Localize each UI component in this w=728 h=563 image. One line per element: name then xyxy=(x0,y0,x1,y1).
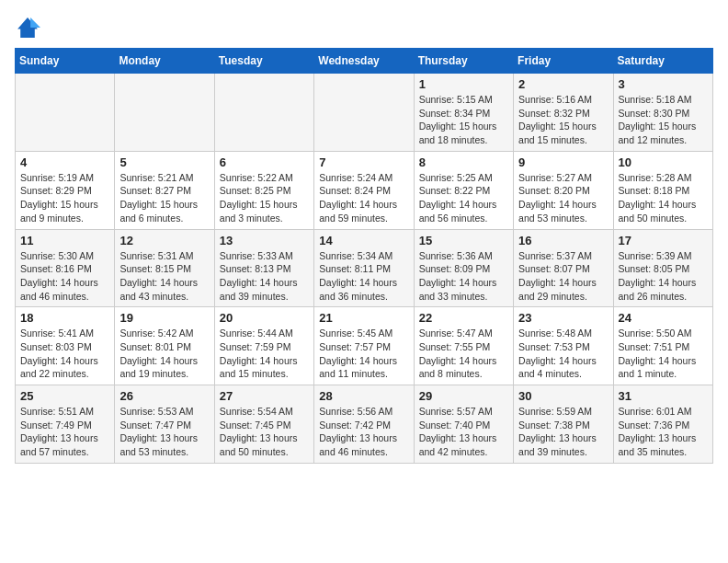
calendar-week-3: 11Sunrise: 5:30 AM Sunset: 8:16 PM Dayli… xyxy=(16,229,713,307)
day-info: Sunrise: 5:48 AM Sunset: 7:53 PM Dayligh… xyxy=(518,327,608,381)
calendar-cell: 12Sunrise: 5:31 AM Sunset: 8:15 PM Dayli… xyxy=(115,229,214,307)
day-info: Sunrise: 5:39 AM Sunset: 8:05 PM Dayligh… xyxy=(619,249,708,304)
calendar-cell: 28Sunrise: 5:56 AM Sunset: 7:42 PM Dayli… xyxy=(314,385,414,464)
day-info: Sunrise: 5:34 AM Sunset: 8:11 PM Dayligh… xyxy=(319,249,408,304)
day-number: 11 xyxy=(20,234,109,247)
calendar-table: SundayMondayTuesdayWednesdayThursdayFrid… xyxy=(15,48,713,464)
day-info: Sunrise: 5:51 AM Sunset: 7:49 PM Dayligh… xyxy=(20,405,109,459)
day-number: 9 xyxy=(518,155,608,169)
day-number: 8 xyxy=(419,155,508,169)
day-info: Sunrise: 5:37 AM Sunset: 8:07 PM Dayligh… xyxy=(518,249,608,304)
calendar-cell: 15Sunrise: 5:36 AM Sunset: 8:09 PM Dayli… xyxy=(414,229,513,307)
day-info: Sunrise: 5:19 AM Sunset: 8:29 PM Dayligh… xyxy=(20,171,109,225)
day-info: Sunrise: 5:27 AM Sunset: 8:20 PM Dayligh… xyxy=(518,171,608,225)
calendar-cell: 9Sunrise: 5:27 AM Sunset: 8:20 PM Daylig… xyxy=(514,151,613,229)
logo xyxy=(15,15,44,40)
day-number: 12 xyxy=(119,234,209,247)
day-info: Sunrise: 5:22 AM Sunset: 8:25 PM Dayligh… xyxy=(220,171,309,225)
day-info: Sunrise: 5:59 AM Sunset: 7:38 PM Dayligh… xyxy=(518,405,608,459)
day-info: Sunrise: 5:33 AM Sunset: 8:13 PM Dayligh… xyxy=(220,249,309,304)
calendar-cell: 19Sunrise: 5:42 AM Sunset: 8:01 PM Dayli… xyxy=(115,307,214,385)
day-info: Sunrise: 5:15 AM Sunset: 8:34 PM Dayligh… xyxy=(419,93,508,147)
calendar-cell: 26Sunrise: 5:53 AM Sunset: 7:47 PM Dayli… xyxy=(115,385,214,464)
weekday-row: SundayMondayTuesdayWednesdayThursdayFrid… xyxy=(16,49,713,74)
day-number: 30 xyxy=(518,389,608,403)
day-number: 2 xyxy=(518,77,608,91)
day-number: 28 xyxy=(319,389,408,403)
day-number: 18 xyxy=(20,311,109,325)
calendar-cell: 22Sunrise: 5:47 AM Sunset: 7:55 PM Dayli… xyxy=(414,307,513,385)
day-info: Sunrise: 5:56 AM Sunset: 7:42 PM Dayligh… xyxy=(319,405,408,459)
calendar-cell: 6Sunrise: 5:22 AM Sunset: 8:25 PM Daylig… xyxy=(214,151,313,229)
calendar-cell xyxy=(115,74,214,152)
calendar-cell: 3Sunrise: 5:18 AM Sunset: 8:30 PM Daylig… xyxy=(613,74,712,152)
weekday-header-tuesday: Tuesday xyxy=(214,49,313,74)
day-number: 1 xyxy=(419,77,508,91)
calendar-cell: 2Sunrise: 5:16 AM Sunset: 8:32 PM Daylig… xyxy=(514,74,613,152)
weekday-header-friday: Friday xyxy=(514,49,613,74)
day-info: Sunrise: 5:50 AM Sunset: 7:51 PM Dayligh… xyxy=(619,327,708,381)
calendar-cell: 10Sunrise: 5:28 AM Sunset: 8:18 PM Dayli… xyxy=(613,151,712,229)
weekday-header-thursday: Thursday xyxy=(414,49,513,74)
day-info: Sunrise: 5:41 AM Sunset: 8:03 PM Dayligh… xyxy=(20,327,109,381)
day-number: 22 xyxy=(419,311,508,325)
calendar-cell xyxy=(214,74,313,152)
day-info: Sunrise: 5:45 AM Sunset: 7:57 PM Dayligh… xyxy=(319,327,408,381)
day-number: 26 xyxy=(119,389,209,403)
day-info: Sunrise: 5:18 AM Sunset: 8:30 PM Dayligh… xyxy=(619,93,708,147)
weekday-header-monday: Monday xyxy=(115,49,214,74)
day-info: Sunrise: 5:53 AM Sunset: 7:47 PM Dayligh… xyxy=(119,405,209,459)
calendar-cell: 18Sunrise: 5:41 AM Sunset: 8:03 PM Dayli… xyxy=(16,307,115,385)
day-number: 17 xyxy=(619,234,708,247)
day-info: Sunrise: 5:30 AM Sunset: 8:16 PM Dayligh… xyxy=(20,249,109,304)
calendar-cell: 17Sunrise: 5:39 AM Sunset: 8:05 PM Dayli… xyxy=(613,229,712,307)
day-info: Sunrise: 6:01 AM Sunset: 7:36 PM Dayligh… xyxy=(619,405,708,459)
day-info: Sunrise: 5:36 AM Sunset: 8:09 PM Dayligh… xyxy=(419,249,508,304)
day-number: 13 xyxy=(220,234,309,247)
calendar-cell: 4Sunrise: 5:19 AM Sunset: 8:29 PM Daylig… xyxy=(16,151,115,229)
calendar-cell: 29Sunrise: 5:57 AM Sunset: 7:40 PM Dayli… xyxy=(414,385,513,464)
day-info: Sunrise: 5:42 AM Sunset: 8:01 PM Dayligh… xyxy=(119,327,209,381)
day-info: Sunrise: 5:25 AM Sunset: 8:22 PM Dayligh… xyxy=(419,171,508,225)
calendar-week-1: 1Sunrise: 5:15 AM Sunset: 8:34 PM Daylig… xyxy=(16,74,713,152)
calendar-cell: 21Sunrise: 5:45 AM Sunset: 7:57 PM Dayli… xyxy=(314,307,414,385)
day-info: Sunrise: 5:28 AM Sunset: 8:18 PM Dayligh… xyxy=(619,171,708,225)
weekday-header-sunday: Sunday xyxy=(16,49,115,74)
day-number: 31 xyxy=(619,389,708,403)
calendar-cell: 27Sunrise: 5:54 AM Sunset: 7:45 PM Dayli… xyxy=(214,385,313,464)
calendar-cell: 16Sunrise: 5:37 AM Sunset: 8:07 PM Dayli… xyxy=(514,229,613,307)
calendar-cell: 31Sunrise: 6:01 AM Sunset: 7:36 PM Dayli… xyxy=(613,385,712,464)
calendar-cell: 8Sunrise: 5:25 AM Sunset: 8:22 PM Daylig… xyxy=(414,151,513,229)
day-number: 23 xyxy=(518,311,608,325)
calendar-cell xyxy=(314,74,414,152)
day-number: 20 xyxy=(220,311,309,325)
logo-icon xyxy=(15,15,40,40)
day-number: 27 xyxy=(220,389,309,403)
calendar-cell xyxy=(16,74,115,152)
day-number: 5 xyxy=(119,155,209,169)
svg-marker-1 xyxy=(30,17,40,28)
day-number: 24 xyxy=(619,311,708,325)
day-number: 4 xyxy=(20,155,109,169)
day-info: Sunrise: 5:31 AM Sunset: 8:15 PM Dayligh… xyxy=(119,249,209,304)
calendar-cell: 23Sunrise: 5:48 AM Sunset: 7:53 PM Dayli… xyxy=(514,307,613,385)
calendar-cell: 7Sunrise: 5:24 AM Sunset: 8:24 PM Daylig… xyxy=(314,151,414,229)
calendar-cell: 20Sunrise: 5:44 AM Sunset: 7:59 PM Dayli… xyxy=(214,307,313,385)
calendar-cell: 11Sunrise: 5:30 AM Sunset: 8:16 PM Dayli… xyxy=(16,229,115,307)
calendar-body: 1Sunrise: 5:15 AM Sunset: 8:34 PM Daylig… xyxy=(16,74,713,464)
calendar-cell: 13Sunrise: 5:33 AM Sunset: 8:13 PM Dayli… xyxy=(214,229,313,307)
day-info: Sunrise: 5:44 AM Sunset: 7:59 PM Dayligh… xyxy=(220,327,309,381)
day-number: 6 xyxy=(220,155,309,169)
day-info: Sunrise: 5:24 AM Sunset: 8:24 PM Dayligh… xyxy=(319,171,408,225)
day-number: 7 xyxy=(319,155,408,169)
calendar-header: SundayMondayTuesdayWednesdayThursdayFrid… xyxy=(16,49,713,74)
calendar-week-2: 4Sunrise: 5:19 AM Sunset: 8:29 PM Daylig… xyxy=(16,151,713,229)
day-info: Sunrise: 5:21 AM Sunset: 8:27 PM Dayligh… xyxy=(119,171,209,225)
calendar-cell: 5Sunrise: 5:21 AM Sunset: 8:27 PM Daylig… xyxy=(115,151,214,229)
page-header xyxy=(15,15,713,40)
calendar-cell: 25Sunrise: 5:51 AM Sunset: 7:49 PM Dayli… xyxy=(16,385,115,464)
day-number: 14 xyxy=(319,234,408,247)
weekday-header-wednesday: Wednesday xyxy=(314,49,414,74)
day-number: 21 xyxy=(319,311,408,325)
day-info: Sunrise: 5:16 AM Sunset: 8:32 PM Dayligh… xyxy=(518,93,608,147)
